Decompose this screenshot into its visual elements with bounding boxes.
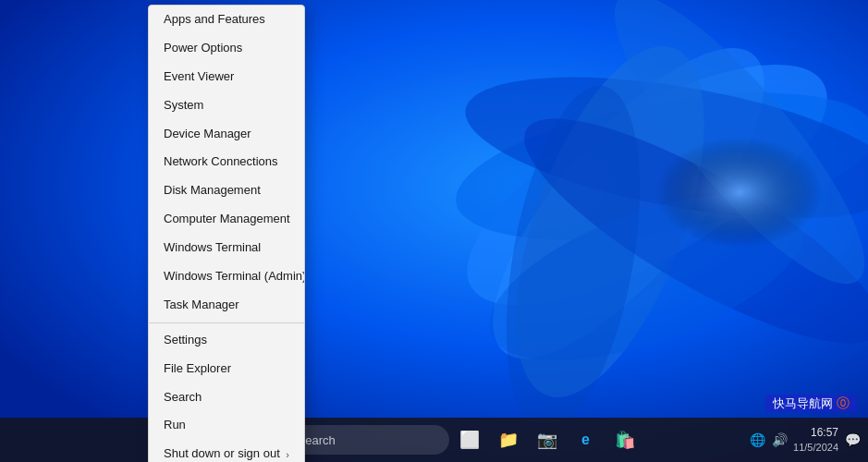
menu-item-network-connections[interactable]: Network Connections <box>149 148 304 176</box>
clock-time: 16:57 <box>793 425 838 441</box>
clock[interactable]: 16:57 11/5/2024 <box>793 425 838 455</box>
task-view-button[interactable]: ⬜ <box>451 421 488 458</box>
taskbar: 🔍 Search ⬜ 📁 📷 e 🛍️ 🌐 🔊 16:57 11/5/202 <box>0 418 868 462</box>
svg-point-10 <box>490 92 823 314</box>
file-explorer-icon: 📁 <box>498 430 519 450</box>
menu-item-computer-management[interactable]: Computer Management <box>149 205 304 234</box>
menu-item-run[interactable]: Run <box>149 411 304 440</box>
submenu-arrow-icon: › <box>286 448 289 461</box>
menu-item-settings[interactable]: Settings <box>149 326 304 355</box>
desktop-background <box>0 0 868 462</box>
menu-item-device-manager[interactable]: Device Manager <box>149 120 304 149</box>
system-tray: 🌐 🔊 16:57 11/5/2024 💬 <box>749 425 861 455</box>
menu-divider-1 <box>149 322 304 323</box>
camera-taskbar-button[interactable]: 📷 <box>529 421 566 458</box>
menu-item-apps-and-features[interactable]: Apps and Features <box>149 6 304 34</box>
menu-item-windows-terminal-admin[interactable]: Windows Terminal (Admin) <box>149 262 304 291</box>
menu-item-search[interactable]: Search <box>149 383 304 412</box>
network-tray-icon[interactable]: 🌐 <box>749 432 765 448</box>
menu-item-disk-management[interactable]: Disk Management <box>149 176 304 205</box>
task-view-icon: ⬜ <box>459 430 480 450</box>
menu-item-power-options[interactable]: Power Options <box>149 34 304 63</box>
edge-taskbar-button[interactable]: e <box>568 421 605 458</box>
menu-item-task-manager[interactable]: Task Manager <box>149 291 304 320</box>
wallpaper-svg <box>0 0 868 462</box>
clock-date: 11/5/2024 <box>793 441 838 455</box>
menu-item-system[interactable]: System <box>149 91 304 120</box>
menu-item-file-explorer[interactable]: File Explorer <box>149 355 304 383</box>
menu-item-shut-down[interactable]: Shut down or sign out › <box>149 440 304 462</box>
context-menu: Apps and Features Power Options Event Vi… <box>148 5 305 462</box>
watermark: 快马导航网 ⓪ <box>765 395 857 412</box>
notification-tray-icon[interactable]: 💬 <box>844 432 861 448</box>
menu-item-windows-terminal[interactable]: Windows Terminal <box>149 234 304 262</box>
file-explorer-taskbar-button[interactable]: 📁 <box>490 421 527 458</box>
camera-icon: 📷 <box>537 430 557 450</box>
edge-icon: e <box>581 432 590 448</box>
store-icon: 🛍️ <box>615 430 635 450</box>
volume-tray-icon[interactable]: 🔊 <box>771 432 788 448</box>
menu-item-event-viewer[interactable]: Event Viewer <box>149 63 304 91</box>
store-taskbar-button[interactable]: 🛍️ <box>606 421 643 458</box>
